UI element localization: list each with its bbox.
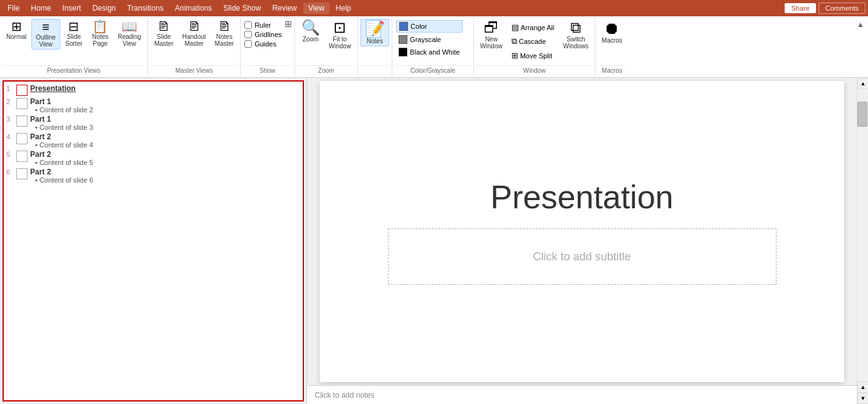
slide-icon-3: [16, 115, 28, 127]
slide-area: Presentation Click to add subtitle Click…: [307, 78, 857, 404]
switch-windows-button[interactable]: ⧉ SwitchWindows: [560, 19, 593, 51]
notes-page-icon: 📋: [92, 20, 108, 33]
list-item: 6 Part 2 • Content of slide 6: [6, 167, 300, 184]
black-white-button[interactable]: Black and White: [396, 46, 462, 58]
notes-master-icon: 🖹: [218, 20, 231, 33]
menu-slideshow[interactable]: Slide Show: [218, 3, 266, 14]
comments-button[interactable]: Comments: [818, 3, 865, 14]
new-window-button[interactable]: 🗗 NewWindow: [476, 19, 506, 51]
guides-checkbox[interactable]: [244, 40, 252, 48]
notes-bar[interactable]: Click to add notes: [307, 385, 857, 404]
menu-insert[interactable]: Insert: [57, 3, 86, 14]
outline-title-6[interactable]: Part 2: [30, 167, 300, 176]
grayscale-label: Grayscale: [410, 36, 441, 43]
ribbon-collapse-button[interactable]: ▲: [854, 19, 867, 30]
presentation-views-label: Presentation Views: [3, 65, 145, 75]
menu-review[interactable]: Review: [267, 3, 301, 14]
outline-title-4[interactable]: Part 2: [30, 132, 300, 141]
ribbon-group-master-views: 🖹 SlideMaster 🖹 HandoutMaster 🖹 NotesMas…: [148, 18, 241, 76]
move-split-button[interactable]: ⊞ Move Split: [509, 50, 557, 61]
window-group-inner: 🗗 NewWindow ▤ Arrange All ⧉ Cascade ⊞ Mo…: [476, 19, 592, 64]
new-window-label: NewWindow: [480, 36, 503, 50]
guides-check[interactable]: Guides: [244, 40, 281, 48]
notes-icon: 📝: [365, 21, 385, 37]
notes-button[interactable]: 📝 Notes: [360, 19, 389, 46]
outline-title-2[interactable]: Part 1: [30, 97, 300, 106]
notes-btn-label: Notes: [367, 38, 383, 45]
fit-to-window-button[interactable]: ⊡ Fit toWindow: [325, 19, 355, 51]
menu-animations[interactable]: Animations: [170, 3, 217, 14]
menu-right-actions: Share Comments: [785, 3, 865, 14]
handout-master-button[interactable]: 🖹 HandoutMaster: [179, 19, 210, 48]
move-split-icon: ⊞: [511, 51, 518, 60]
reading-view-button[interactable]: 📖 ReadingView: [114, 19, 145, 48]
scroll-down-arrow[interactable]: ▲: [857, 381, 868, 393]
scroll-thumb[interactable]: [857, 102, 867, 127]
move-split-label: Move Split: [520, 52, 552, 60]
list-item: 3 Part 1 • Content of slide 3: [6, 115, 300, 131]
cascade-button[interactable]: ⧉ Cascade: [509, 35, 557, 48]
outline-title-5[interactable]: Part 2: [30, 150, 300, 159]
menu-file[interactable]: File: [3, 3, 24, 14]
outline-content-5: Part 2 • Content of slide 5: [30, 150, 300, 166]
ruler-checkbox[interactable]: [244, 21, 252, 29]
share-button[interactable]: Share: [785, 3, 815, 13]
switch-windows-label: SwitchWindows: [563, 36, 589, 50]
scroll-up-arrow[interactable]: ▲: [857, 78, 868, 89]
outline-content-2: Part 1 • Content of slide 2: [30, 97, 300, 114]
slide-master-button[interactable]: 🖹 SlideMaster: [150, 19, 177, 48]
color-button[interactable]: Color: [396, 20, 462, 33]
menu-help[interactable]: Help: [331, 3, 357, 14]
menu-transitions[interactable]: Transitions: [122, 3, 169, 14]
slide-canvas[interactable]: Presentation Click to add subtitle: [320, 81, 844, 382]
zoom-label: Zoom: [303, 36, 319, 43]
outline-title-1[interactable]: Presentation: [30, 84, 300, 93]
scroll-prev-icon[interactable]: ▲: [860, 384, 866, 390]
ribbon-group-show: Ruler Gridlines Guides ⊞ Show: [241, 18, 295, 76]
menu-view[interactable]: View: [303, 3, 330, 14]
color-group-inner: Color Grayscale Black and White: [395, 19, 471, 64]
app-container: File Home Insert Design Transitions Anim…: [0, 0, 868, 404]
menu-home[interactable]: Home: [26, 3, 56, 14]
outline-sub-2: • Content of slide 2: [35, 106, 300, 114]
outline-view-button[interactable]: ≡ OutlineView: [31, 19, 60, 50]
outline-content-3: Part 1 • Content of slide 3: [30, 115, 300, 131]
slide-sorter-button[interactable]: ⊟ SlideSorter: [61, 19, 86, 48]
arrange-all-label: Arrange All: [521, 24, 555, 31]
menu-design[interactable]: Design: [87, 3, 120, 14]
presentation-views-buttons: ⊞ Normal ≡ OutlineView ⊟ SlideSorter 📋 N…: [3, 19, 145, 64]
notes-master-button[interactable]: 🖹 NotesMaster: [211, 19, 238, 48]
slide-icon-2: [16, 98, 28, 109]
outline-title-3[interactable]: Part 1: [30, 115, 300, 124]
normal-icon: ⊞: [11, 20, 22, 33]
ribbon-group-color: Color Grayscale Black and White Color/Gr…: [392, 18, 474, 76]
slide-subtitle-placeholder[interactable]: Click to add subtitle: [388, 228, 776, 285]
ribbon-group-zoom: 🔍 Zoom ⊡ Fit toWindow Zoom: [295, 18, 358, 76]
ruler-check[interactable]: Ruler: [244, 21, 281, 29]
notes-page-button[interactable]: 📋 NotesPage: [88, 19, 113, 48]
slide-icon-4: [16, 133, 28, 144]
gridlines-check[interactable]: Gridlines: [244, 31, 281, 38]
zoom-icon: 🔍: [301, 20, 320, 35]
normal-view-button[interactable]: ⊞ Normal: [3, 19, 30, 41]
color-label: Color: [410, 23, 427, 30]
macros-icon: ⏺: [604, 20, 620, 36]
macros-button[interactable]: ⏺ Macros: [598, 19, 626, 45]
ribbon-group-notes: 📝 Notes: [358, 18, 392, 76]
arrange-all-button[interactable]: ▤ Arrange All: [509, 21, 557, 33]
zoom-button[interactable]: 🔍 Zoom: [298, 19, 324, 44]
grayscale-swatch: [399, 35, 407, 44]
cascade-label: Cascade: [519, 38, 546, 45]
outline-num-1: 1: [6, 84, 16, 92]
slide-canvas-wrapper: Presentation Click to add subtitle: [307, 78, 857, 385]
gridlines-checkbox[interactable]: [244, 31, 252, 38]
ribbon: ⊞ Normal ≡ OutlineView ⊟ SlideSorter 📋 N…: [0, 16, 868, 78]
notes-group-label: [360, 65, 389, 75]
outline-label: OutlineView: [36, 34, 56, 48]
show-expand-icon[interactable]: ⊞: [285, 19, 292, 29]
window-label: Window: [476, 65, 592, 75]
scroll-next-arrow[interactable]: ▼: [857, 393, 868, 404]
color-swatch: [399, 22, 408, 31]
slide-title[interactable]: Presentation: [491, 178, 674, 216]
grayscale-button[interactable]: Grayscale: [396, 34, 462, 45]
